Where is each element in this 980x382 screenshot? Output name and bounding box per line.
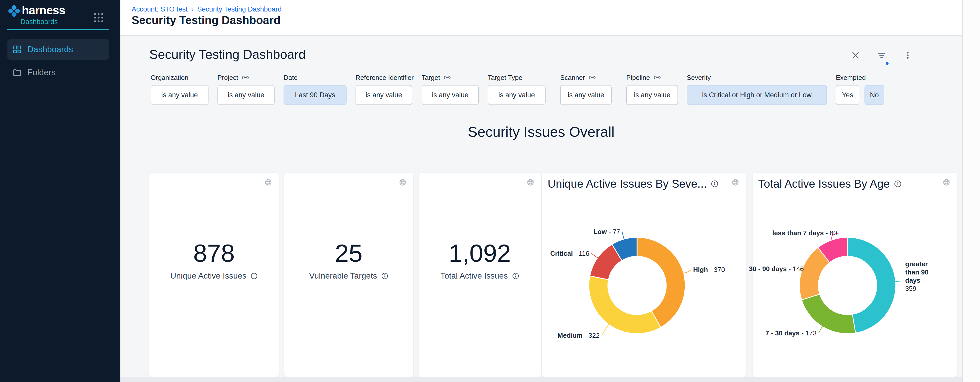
stat-label: Vulnerable Targets <box>309 271 377 281</box>
exempted-no-button[interactable]: No <box>864 85 884 105</box>
donut-label-connector <box>683 269 691 273</box>
breadcrumb: Account: STO test › Security Testing Das… <box>132 5 282 13</box>
donut-slice[interactable] <box>848 237 896 333</box>
exempted-yes-button[interactable]: Yes <box>836 85 859 105</box>
stat-card-unique-active-issues: 878 Unique Active Issues <box>150 173 279 377</box>
filter-target-type-value[interactable]: is any value <box>488 85 546 105</box>
filter-scanner: Scanner is any value <box>560 73 612 105</box>
info-icon[interactable] <box>250 273 258 280</box>
filter-pipeline: Pipeline is any value <box>626 73 678 105</box>
dashboard-content: Security Testing Dashboard Organization … <box>120 35 980 377</box>
donut-label-connector <box>622 232 624 239</box>
section-title: Security Issues Overall <box>120 124 962 140</box>
filter-project: Project is any value <box>218 73 275 105</box>
page-title: Security Testing Dashboard <box>132 14 280 27</box>
sidebar-divider <box>7 29 109 30</box>
breadcrumb-account-link[interactable]: Account: STO test <box>132 5 188 13</box>
donut-slice-label: High - 370 <box>693 265 725 274</box>
link-icon <box>589 74 596 81</box>
product-label: Dashboards <box>21 18 58 26</box>
donut-slice[interactable] <box>589 276 661 334</box>
harness-logo-icon <box>8 4 21 17</box>
chart-card-issues-by-age: Total Active Issues By Age greater than … <box>752 173 957 377</box>
donut-label-connector <box>592 254 598 258</box>
donut-label-connector <box>602 324 609 335</box>
donut-slice-label: less than 7 days - 80 <box>772 229 837 237</box>
filter-exempted: Exempted Yes No <box>836 73 897 105</box>
sidebar-item-folders[interactable]: Folders <box>8 62 109 83</box>
age-donut-chart[interactable]: greater than 90 days - 3597 - 30 days - … <box>752 173 957 377</box>
filter-scanner-value[interactable]: is any value <box>560 85 612 105</box>
filter-target-type: Target Type is any value <box>488 73 546 105</box>
sidebar-item-label: Folders <box>27 68 56 77</box>
breadcrumb-current-link[interactable]: Security Testing Dashboard <box>197 5 282 13</box>
logo-wordmark: harness <box>22 3 65 17</box>
folder-icon <box>13 68 22 77</box>
filter-severity-value[interactable]: is Critical or High or Medium or Low <box>687 85 827 105</box>
stat-value: 878 <box>150 239 279 268</box>
filter-project-value[interactable]: is any value <box>218 85 275 105</box>
filter-pipeline-value[interactable]: is any value <box>626 85 678 105</box>
page-bottom-strip <box>120 377 980 382</box>
globe-icon[interactable] <box>527 178 534 186</box>
scrollbar[interactable] <box>962 0 980 382</box>
link-icon <box>654 74 661 81</box>
severity-donut-chart[interactable]: High - 370Medium - 322Critical - 116Low … <box>542 173 746 377</box>
filter-icon[interactable] <box>876 50 887 61</box>
donut-slice-label: Low - 77 <box>593 227 620 236</box>
filter-target: Target is any value <box>422 73 479 105</box>
kebab-menu-icon[interactable] <box>902 50 913 61</box>
globe-icon[interactable] <box>399 178 407 186</box>
stat-label: Total Active Issues <box>440 271 508 281</box>
filter-date-value[interactable]: Last 90 Days <box>283 85 347 105</box>
dashboard-title: Security Testing Dashboard <box>150 47 306 62</box>
stat-value: 1,092 <box>418 239 541 268</box>
stat-label: Unique Active Issues <box>170 271 247 281</box>
stat-value: 25 <box>284 239 413 268</box>
info-icon[interactable] <box>381 273 388 280</box>
filter-target-value[interactable]: is any value <box>422 85 479 105</box>
filter-reference-identifier-value[interactable]: is any value <box>356 85 412 105</box>
stat-card-total-active-issues: 1,092 Total Active Issues <box>418 173 541 377</box>
top-header: Account: STO test › Security Testing Das… <box>120 0 980 36</box>
module-grid-icon[interactable] <box>94 13 104 23</box>
sidebar-item-dashboards[interactable]: Dashboards <box>8 39 109 60</box>
donut-label-connector <box>819 326 822 333</box>
sidebar: harness Dashboards Dashboards <box>0 0 120 382</box>
filter-organization: Organization is any value <box>151 73 208 105</box>
link-icon <box>444 74 451 81</box>
donut-slice-label: 7 - 30 days - 173 <box>765 329 816 338</box>
donut-slice-label: 30 - 90 days - 146 <box>749 265 804 273</box>
filter-severity: Severity is Critical or High or Medium o… <box>687 73 827 105</box>
donut-slice[interactable] <box>802 294 856 334</box>
globe-icon[interactable] <box>264 178 272 186</box>
donut-slice-label: Critical - 116 <box>550 249 589 258</box>
logo-row: harness <box>8 4 113 17</box>
filter-organization-value[interactable]: is any value <box>151 85 208 105</box>
donut-label-connector <box>895 281 903 282</box>
chevron-right-icon: › <box>191 5 194 13</box>
cursor-dot <box>886 62 889 65</box>
filter-date: Date Last 90 Days <box>283 73 347 105</box>
donut-slice-label: Medium - 322 <box>557 331 600 340</box>
info-icon[interactable] <box>512 273 519 280</box>
app-window: harness Dashboards Dashboards <box>0 0 980 382</box>
chart-card-issues-by-severity: Unique Active Issues By Seve... High - 3… <box>542 173 746 377</box>
close-icon[interactable] <box>850 50 861 61</box>
filter-reference-identifier: Reference Identifier is any value <box>356 73 412 105</box>
dashboards-grid-icon <box>13 45 22 54</box>
link-icon <box>242 74 249 81</box>
sidebar-item-label: Dashboards <box>27 44 73 54</box>
stat-card-vulnerable-targets: 25 Vulnerable Targets <box>284 173 413 377</box>
dashboard-toolbar <box>850 50 913 61</box>
donut-slice-label: greater than 90 days - 359 <box>905 260 936 293</box>
